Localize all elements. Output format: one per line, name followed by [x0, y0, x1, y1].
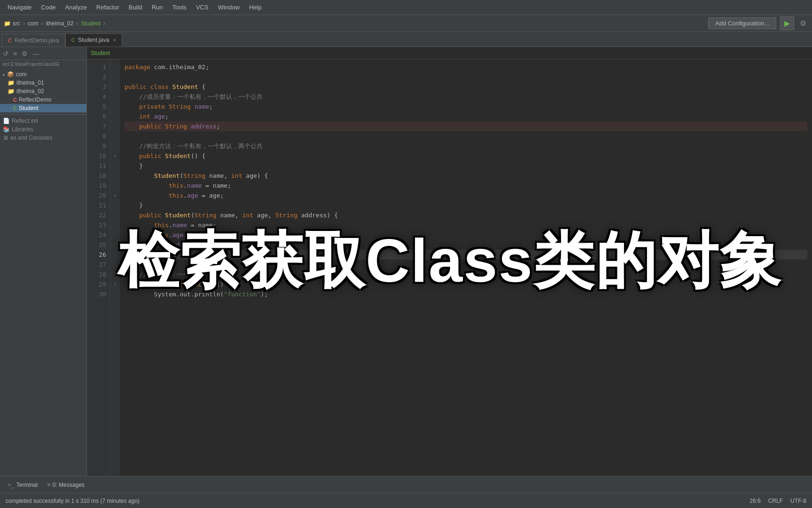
tab-reflect-icon: C: [8, 38, 12, 43]
breadcrumb-sep2: ›: [41, 20, 43, 27]
menu-run[interactable]: Run: [148, 2, 167, 13]
code-line-29: private void function() {: [125, 279, 807, 289]
sidebar-tree: ▸ 📦 com 📁 itheima_01 📁 itheima_02 C Refl…: [0, 68, 86, 144]
code-line-25: this.address = address;: [125, 240, 807, 250]
gutter-1: [110, 62, 120, 72]
sidebar-minimize-button[interactable]: —: [31, 49, 40, 58]
gutter-6: [110, 111, 120, 121]
ln-28: 28: [87, 270, 106, 279]
sidebar-item-itheima02[interactable]: 📁 itheima_02: [0, 87, 86, 95]
breadcrumb-src: src: [13, 20, 20, 27]
code-line-8: [125, 131, 807, 141]
menu-navigate[interactable]: Navigate: [4, 2, 35, 13]
code-line-20: this.age = age;: [125, 190, 807, 200]
sidebar-item-student-label: Student: [19, 105, 38, 111]
sidebar-item-libraries-label: Libraries: [12, 126, 33, 133]
class-student-icon: C: [13, 105, 17, 111]
code-line-9: //构造方法：一个私有，一个默认，两个公共: [125, 141, 807, 151]
ln-1: 1: [87, 62, 106, 72]
status-bar: completed successfully in 1 s 310 ms (7 …: [0, 493, 812, 508]
code-line-7: public String address;: [125, 121, 807, 131]
sidebar-settings-button[interactable]: ⚙: [21, 49, 29, 58]
gutter-5: [110, 102, 120, 111]
gutter-7: [110, 121, 120, 131]
code-line-3: public class Student {: [125, 82, 807, 92]
sidebar-item-com[interactable]: ▸ 📦 com: [0, 70, 86, 79]
add-configuration-button[interactable]: Add Configuration...: [708, 17, 776, 29]
gutter-29[interactable]: ▾: [110, 279, 120, 289]
breadcrumb: 📁 src › com › itheima_02 › Student ›: [4, 20, 106, 27]
bottom-tab-messages[interactable]: ≡ 0: Messages: [43, 479, 88, 490]
tab-student-icon: C: [71, 37, 75, 43]
gutter-24: [110, 230, 120, 240]
console-icon: 🖥: [3, 135, 8, 141]
terminal-icon: >_: [8, 481, 15, 488]
tab-bar: C ReflectDemo.java C Student.java ×: [0, 32, 812, 47]
menu-help[interactable]: Help: [245, 2, 265, 13]
gear-button[interactable]: ⚙: [798, 17, 808, 30]
bottom-tab-messages-label: 0: Messages: [53, 482, 85, 488]
sidebar-project-path: ect E:\IdeaProjects\JavaSE: [0, 60, 86, 68]
ln-2: 2: [87, 72, 106, 82]
tab-reflect-label: ReflectDemo.java: [15, 37, 59, 44]
status-right: 26:6 CRLF UTF-8: [750, 498, 806, 504]
status-encoding: UTF-8: [790, 498, 806, 504]
sidebar-item-consoles[interactable]: 🖥 es and Consoles: [0, 134, 86, 142]
ln-7: 7: [87, 121, 106, 131]
breadcrumb-sep3: ›: [76, 20, 78, 27]
ln-20: 20: [87, 190, 106, 200]
breadcrumb-sep1: ›: [23, 20, 25, 27]
code-content[interactable]: package com.itheima_02; public class Stu…: [120, 59, 812, 476]
menu-bar: Navigate Code Analyze Refactor Build Run…: [0, 0, 812, 15]
folder-itheima01-icon: 📁: [8, 79, 15, 86]
gutter-26: [110, 250, 120, 260]
breadcrumb-com: com: [28, 20, 39, 27]
menu-code[interactable]: Code: [37, 2, 59, 13]
bottom-tab-terminal[interactable]: >_ Terminal: [4, 479, 41, 490]
bottom-tab-terminal-label: Terminal: [16, 482, 38, 488]
code-line-18: Student(String name, int age) {: [125, 171, 807, 181]
line-numbers: 1 2 3 4 5 6 7 8 9 10 11 18 19 20 21 22 2…: [87, 59, 110, 476]
breadcrumb-student: Student: [81, 20, 100, 27]
sidebar-item-libraries[interactable]: 📚 Libraries: [0, 125, 86, 134]
ln-26: 26: [87, 250, 106, 260]
gutter-20[interactable]: ▾: [110, 190, 120, 200]
toolbar-right: Add Configuration... ▶ ⚙: [708, 16, 808, 30]
code-line-1: package com.itheima_02;: [125, 62, 807, 72]
menu-build[interactable]: Build: [125, 2, 146, 13]
ln-23: 23: [87, 220, 106, 230]
sidebar-divider: [0, 114, 86, 115]
sidebar-toolbar: ↺ ≡ ⚙ —: [0, 47, 86, 60]
sidebar-refresh-button[interactable]: ↺: [2, 49, 9, 58]
code-container[interactable]: 1 2 3 4 5 6 7 8 9 10 11 18 19 20 21 22 2…: [87, 59, 812, 476]
editor-breadcrumb-file: Student: [91, 50, 110, 56]
tab-student-label: Student.java: [78, 37, 109, 43]
run-button[interactable]: ▶: [780, 16, 794, 30]
ln-4: 4: [87, 92, 106, 102]
gutter-8: [110, 131, 120, 141]
menu-window[interactable]: Window: [214, 2, 243, 13]
code-line-19: this.name = name;: [125, 181, 807, 190]
tab-student-close[interactable]: ×: [113, 37, 116, 43]
ln-9: 9: [87, 141, 106, 151]
sidebar-item-reflectdemo[interactable]: C ReflectDemo: [0, 95, 86, 104]
code-line-28: //成员方法：一个私有，四个公共: [125, 270, 807, 279]
ln-5: 5: [87, 102, 106, 111]
gutter-30: [110, 289, 120, 299]
gutter-10[interactable]: ▾: [110, 151, 120, 161]
menu-refactor[interactable]: Refactor: [93, 2, 123, 13]
menu-tools[interactable]: Tools: [169, 2, 190, 13]
menu-analyze[interactable]: Analyze: [61, 2, 90, 13]
ln-10: 10: [87, 151, 106, 161]
sidebar-item-student[interactable]: C Student: [0, 104, 86, 112]
bottom-tabs: >_ Terminal ≡ 0: Messages: [0, 476, 812, 493]
sidebar-item-itheima01[interactable]: 📁 itheima_01: [0, 79, 86, 87]
sidebar-item-reflect-iml[interactable]: 📄 Reflect.iml: [0, 117, 86, 125]
tab-student[interactable]: C Student.java ×: [65, 33, 122, 47]
ln-25: 25: [87, 240, 106, 250]
tab-reflectdemo[interactable]: C ReflectDemo.java: [2, 34, 65, 47]
menu-vcs[interactable]: VCS: [192, 2, 212, 13]
gutter-2: [110, 72, 120, 82]
breadcrumb-sep4: ›: [103, 20, 105, 27]
sidebar-collapse-button[interactable]: ≡: [12, 49, 18, 58]
